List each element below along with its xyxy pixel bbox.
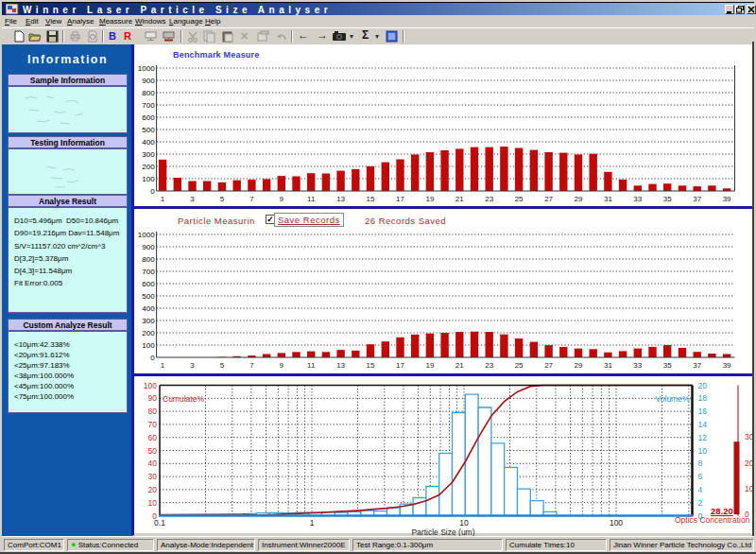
svg-text:8: 8 (698, 459, 703, 468)
svg-text:27: 27 (544, 361, 553, 370)
svg-text:Cumulate%: Cumulate% (163, 394, 204, 404)
svg-text:27: 27 (544, 195, 553, 203)
svg-text:100: 100 (142, 175, 155, 183)
svg-text:4: 4 (698, 485, 703, 494)
svg-text:20: 20 (698, 381, 708, 390)
svg-text:16: 16 (698, 407, 708, 416)
svg-text:Particle Size (um): Particle Size (um) (411, 528, 474, 537)
svg-text:100: 100 (610, 518, 623, 528)
svg-text:500: 500 (142, 126, 155, 134)
svg-text:15: 15 (367, 361, 375, 370)
svg-text:18: 18 (698, 393, 708, 403)
svg-text:10: 10 (148, 498, 158, 508)
svg-text:13: 13 (336, 361, 345, 370)
svg-text:600: 600 (142, 280, 155, 288)
svg-text:200: 200 (142, 329, 155, 338)
svg-text:30: 30 (148, 472, 158, 481)
svg-text:400: 400 (142, 138, 155, 147)
svg-text:19: 19 (425, 195, 434, 203)
svg-text:12: 12 (698, 433, 708, 442)
svg-text:39: 39 (723, 195, 731, 203)
svg-text:33: 33 (633, 361, 642, 370)
svg-text:7: 7 (249, 195, 254, 203)
svg-text:1: 1 (310, 518, 315, 528)
svg-text:11: 11 (307, 195, 316, 203)
svg-text:21: 21 (455, 361, 464, 370)
svg-text:37: 37 (693, 195, 701, 203)
svg-text:50: 50 (148, 446, 158, 456)
svg-text:300: 300 (142, 317, 155, 325)
svg-text:20: 20 (148, 485, 158, 494)
svg-text:33: 33 (633, 195, 642, 203)
svg-text:9: 9 (280, 361, 284, 370)
svg-text:31: 31 (604, 361, 612, 370)
svg-text:60: 60 (148, 433, 158, 442)
svg-text:Volume%: Volume% (656, 394, 690, 404)
svg-text:1: 1 (161, 195, 165, 203)
svg-text:3: 3 (190, 195, 195, 203)
svg-text:15: 15 (367, 195, 375, 203)
svg-text:17: 17 (396, 195, 404, 203)
svg-text:6: 6 (698, 472, 703, 481)
svg-text:29: 29 (575, 195, 583, 203)
svg-text:11: 11 (307, 361, 316, 370)
svg-text:10: 10 (459, 518, 469, 528)
svg-text:300: 300 (142, 150, 155, 159)
svg-text:9: 9 (280, 195, 284, 203)
svg-text:70: 70 (148, 420, 158, 429)
svg-text:28.20: 28.20 (711, 506, 733, 516)
svg-text:35: 35 (663, 195, 672, 203)
svg-text:21: 21 (455, 195, 464, 203)
svg-text:13: 13 (336, 195, 345, 203)
svg-text:7: 7 (249, 361, 254, 370)
svg-text:31: 31 (604, 195, 612, 203)
svg-text:40: 40 (148, 459, 158, 468)
svg-text:800: 800 (142, 255, 155, 264)
svg-text:5: 5 (220, 361, 225, 370)
svg-text:17: 17 (396, 361, 404, 370)
svg-text:23: 23 (485, 195, 493, 203)
svg-text:90: 90 (148, 393, 158, 403)
svg-text:1000: 1000 (138, 231, 155, 239)
svg-text:2: 2 (698, 498, 703, 508)
svg-text:900: 900 (142, 243, 155, 251)
svg-text:25: 25 (515, 195, 524, 203)
svg-text:100: 100 (144, 381, 157, 390)
svg-text:700: 700 (142, 268, 155, 276)
svg-text:1000: 1000 (138, 64, 155, 73)
svg-text:10: 10 (698, 446, 708, 456)
svg-text:14: 14 (698, 420, 708, 429)
svg-text:37: 37 (693, 361, 701, 370)
svg-text:25: 25 (515, 361, 524, 370)
svg-text:0: 0 (150, 187, 155, 196)
svg-text:23: 23 (485, 361, 493, 370)
svg-text:19: 19 (425, 361, 434, 370)
svg-text:500: 500 (142, 292, 155, 301)
svg-text:5: 5 (220, 195, 225, 203)
svg-text:1: 1 (161, 361, 165, 370)
svg-text:900: 900 (142, 77, 155, 85)
svg-text:39: 39 (723, 361, 731, 370)
svg-text:3: 3 (190, 361, 195, 370)
svg-text:0: 0 (150, 354, 155, 362)
svg-text:600: 600 (142, 113, 155, 122)
svg-text:29: 29 (575, 361, 583, 370)
svg-text:Optics Concentration: Optics Concentration (675, 515, 750, 525)
svg-text:700: 700 (142, 101, 155, 110)
svg-text:200: 200 (142, 163, 155, 171)
svg-text:400: 400 (142, 304, 155, 313)
svg-text:100: 100 (142, 341, 155, 350)
svg-text:800: 800 (142, 89, 155, 97)
svg-text:0.1: 0.1 (154, 518, 165, 528)
svg-text:35: 35 (663, 361, 672, 370)
svg-text:80: 80 (148, 407, 158, 416)
